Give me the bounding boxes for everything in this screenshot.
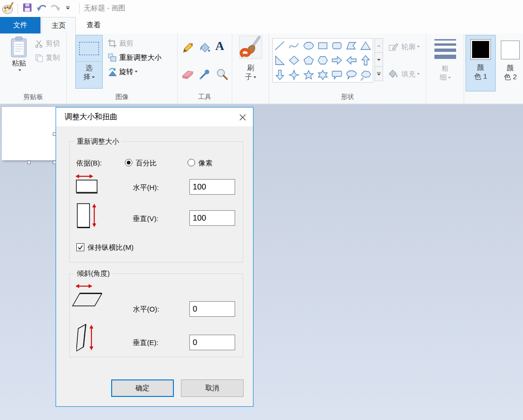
resize-button[interactable]: 重新调整大小 <box>107 53 162 62</box>
skew-vertical-input[interactable] <box>189 335 235 350</box>
color1-button[interactable]: 颜 色 1 <box>466 35 496 91</box>
select-button[interactable]: 选 择 <box>75 35 103 89</box>
pencil-tool-button[interactable] <box>181 41 195 54</box>
dialog-title-bar[interactable]: 调整大小和扭曲 <box>56 107 253 126</box>
rotate-button[interactable]: 旋转 <box>107 67 138 76</box>
shape-right-arrow-icon[interactable] <box>331 54 343 66</box>
canvas-resize-handle-bottom[interactable] <box>27 161 31 164</box>
shape-curve-icon[interactable] <box>288 40 300 52</box>
shape-up-arrow-icon[interactable] <box>360 54 372 66</box>
shape-cloud-callout-icon[interactable] <box>360 69 372 81</box>
copy-label: 复制 <box>46 53 60 62</box>
shape-oval-icon[interactable] <box>302 40 315 52</box>
fill-tool-button[interactable] <box>198 41 212 54</box>
tools-section: A 工 <box>178 33 232 104</box>
shape-oval-callout-icon[interactable] <box>345 69 358 81</box>
color2-label-line1: 颜 <box>507 63 514 72</box>
copy-icon <box>35 54 43 62</box>
dropdown-bar-icon <box>66 6 70 7</box>
tab-home[interactable]: 主页 <box>41 17 76 33</box>
text-tool-icon: A <box>215 40 224 52</box>
outline-button[interactable]: 轮廓 <box>388 41 420 52</box>
ok-button[interactable]: 确定 <box>111 379 174 397</box>
magnifier-tool-button[interactable] <box>215 67 229 81</box>
skew-group: 倾斜(角度) 水平(O): 垂直(E): <box>69 273 243 357</box>
shape-down-arrow-icon[interactable] <box>274 69 286 81</box>
shape-pentagon-icon[interactable] <box>302 54 315 66</box>
color2-button[interactable]: 颜 色 2 <box>498 35 522 91</box>
shape-five-point-star-icon[interactable] <box>302 69 315 81</box>
skew-horizontal-input[interactable] <box>189 301 235 317</box>
undo-button[interactable] <box>36 2 48 13</box>
shape-polygon-icon[interactable] <box>345 40 358 52</box>
shape-right-triangle-icon[interactable] <box>274 54 286 66</box>
chevron-down-icon <box>417 73 420 75</box>
shape-hexagon-icon[interactable] <box>317 54 329 66</box>
cancel-button[interactable]: 取消 <box>181 379 244 397</box>
eraser-tool-button[interactable] <box>181 67 195 81</box>
size-section: 粗 细 <box>426 33 464 104</box>
radio-pixels[interactable] <box>188 159 195 166</box>
checkmark-icon <box>77 244 84 251</box>
customize-quick-access-dropdown[interactable] <box>65 6 71 9</box>
shape-four-point-star-icon[interactable] <box>288 69 300 81</box>
crop-label: 裁剪 <box>119 39 133 48</box>
dialog-close-button[interactable] <box>238 113 247 122</box>
triangle-down-icon <box>377 59 381 61</box>
paint-palette-icon <box>1 2 15 15</box>
eyedropper-icon <box>198 67 212 81</box>
shape-six-point-star-icon[interactable] <box>317 69 329 81</box>
shapes-expand-gallery-button[interactable] <box>375 66 383 81</box>
paste-button[interactable]: 粘贴 <box>5 36 33 71</box>
cut-button[interactable]: 剪切 <box>35 39 60 48</box>
copy-button[interactable]: 复制 <box>35 53 60 62</box>
shape-rounded-rectangle-icon[interactable] <box>331 40 343 52</box>
maintain-aspect-ratio-label[interactable]: 保持纵横比(M) <box>88 243 134 252</box>
brush-button[interactable]: 刷 子 <box>236 35 266 81</box>
redo-button[interactable] <box>49 2 61 13</box>
title-bar: 无标题 - 画图 <box>0 0 523 17</box>
shape-line-icon[interactable] <box>274 40 286 52</box>
text-tool-button[interactable]: A <box>215 40 224 52</box>
drawing-canvas[interactable] <box>2 107 56 160</box>
save-button[interactable] <box>22 2 33 13</box>
resize-horizontal-input[interactable] <box>189 179 235 195</box>
shape-fill-button[interactable]: 填充 <box>388 68 420 80</box>
shapes-scroll-down-button[interactable] <box>375 52 383 67</box>
shape-rounded-callout-icon[interactable] <box>331 69 343 81</box>
clipboard-icon <box>10 36 28 58</box>
select-label-line2: 择 <box>76 72 102 81</box>
brush-label-line2: 子 <box>245 72 256 81</box>
size-button[interactable]: 粗 细 <box>431 36 460 82</box>
radio-percentage[interactable] <box>125 159 132 166</box>
clipboard-section-label: 剪贴板 <box>0 93 66 101</box>
shapes-scroll-up-button[interactable] <box>375 38 383 53</box>
shapes-gallery <box>272 38 373 82</box>
crop-button[interactable]: 裁剪 <box>107 39 133 48</box>
resize-group-label: 重新调整大小 <box>74 137 122 146</box>
tab-view[interactable]: 查看 <box>76 17 111 33</box>
shape-rectangle-icon[interactable] <box>317 40 329 52</box>
chevron-down-icon <box>92 76 95 78</box>
shape-diamond-icon[interactable] <box>288 54 300 66</box>
select-label-line1: 选 <box>76 63 102 72</box>
image-section: 选 择 裁剪 重新调整大小 <box>67 33 178 104</box>
resize-icon <box>107 53 117 62</box>
shape-left-arrow-icon[interactable] <box>345 54 358 66</box>
color1-swatch-frame <box>470 39 491 60</box>
pencil-icon <box>181 41 195 54</box>
color-picker-tool-button[interactable] <box>198 67 212 81</box>
resize-label: 重新调整大小 <box>119 53 162 62</box>
vertical-skew-icon <box>76 322 100 353</box>
radio-percentage-label[interactable]: 百分比 <box>136 159 157 168</box>
resize-vertical-input[interactable] <box>189 210 235 226</box>
brush-section: 刷 子 <box>232 33 269 104</box>
maintain-aspect-ratio-checkbox[interactable] <box>76 243 84 251</box>
color1-swatch <box>472 41 489 58</box>
tab-file[interactable]: 文件 <box>0 17 41 33</box>
magnifier-icon <box>215 67 229 81</box>
app-menu-button[interactable] <box>1 2 15 15</box>
radio-pixels-label[interactable]: 像素 <box>198 159 212 168</box>
shape-triangle-icon[interactable] <box>360 40 372 52</box>
clipboard-section: 粘贴 剪切 复制 <box>0 33 67 104</box>
